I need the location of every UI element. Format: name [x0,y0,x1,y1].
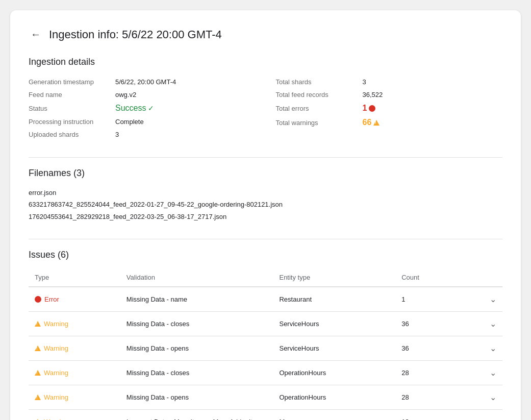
type-warning-label: Warning [35,344,114,352]
table-row: Error Missing Data - nameRestaurant1⌄ [29,287,502,312]
col-header-count: Count [395,268,457,287]
value-uploaded: 3 [115,131,256,138]
col-header-type: Type [29,268,120,287]
entity-cell: OperationHours [273,385,395,410]
validation-cell: Missing Data - opens [120,336,273,361]
issues-section-title: Issues (6) [29,250,502,260]
detail-row-feedrecords: Total feed records 36,522 [276,88,503,101]
entity-cell: OperationHours [273,361,395,385]
type-label: Warning [44,344,68,352]
expand-cell[interactable]: ⌄ [457,312,502,336]
value-totalwarnings: 66 [363,118,503,127]
value-timestamp: 5/6/22, 20:00 GMT-4 [115,78,256,86]
table-row: Warning Missing Data - closesOperationHo… [29,361,502,385]
label-status: Status [29,105,115,112]
entity-cell: Menu [273,410,395,420]
expand-button[interactable]: ⌄ [490,368,496,378]
label-totalerrors: Total errors [276,105,363,112]
label-uploaded: Uploaded shards [29,131,115,138]
label-processing: Processing instruction [29,118,115,126]
entity-cell: Restaurant [273,287,395,312]
filenames-list: error.json 633217863742_825524044_feed_2… [29,187,502,223]
issues-table: Type Validation Entity type Count Error … [29,268,502,420]
details-right: Total shards 3 Total feed records 36,522… [276,76,503,141]
label-totalshards: Total shards [276,78,363,86]
count-cell: 28 [395,361,457,385]
validation-cell: Missing Data - closes [120,361,273,385]
error-dot-icon [35,296,41,303]
error-count-text: 1 [363,104,367,113]
expand-button[interactable]: ⌄ [490,294,496,304]
issues-section: Issues (6) Type Validation Entity type C… [29,250,502,420]
count-cell: 13 [395,410,457,420]
detail-row-status: Status Success ✓ [29,101,256,115]
divider-2 [29,239,502,239]
details-grid: Generation timestamp 5/6/22, 20:00 GMT-4… [29,76,502,141]
value-totalerrors: 1 [363,104,503,113]
status-text: Success [115,104,146,113]
expand-cell[interactable]: ⌄ [457,410,502,420]
expand-cell[interactable]: ⌄ [457,385,502,410]
page-header: ← Ingestion info: 5/6/22 20:00 GMT-4 [29,27,502,42]
count-cell: 36 [395,336,457,361]
type-warning-label: Warning [35,369,114,377]
ingestion-details-section: Ingestion details Generation timestamp 5… [29,57,502,141]
expand-cell[interactable]: ⌄ [457,287,502,312]
type-warning-label: Warning [35,393,114,401]
value-processing: Complete [115,118,256,126]
label-feedrecords: Total feed records [276,91,363,98]
divider-1 [29,157,502,158]
warning-triangle-icon [35,321,41,327]
expand-button[interactable]: ⌄ [490,319,496,329]
detail-row-uploaded: Uploaded shards 3 [29,128,256,141]
value-feedname: owg.v2 [115,91,256,98]
warning-triangle-icon [35,345,41,351]
detail-row-totalerrors: Total errors 1 [276,101,503,115]
filename-1: error.json [29,187,502,199]
expand-button[interactable]: ⌄ [490,417,496,420]
value-status: Success ✓ [115,104,256,113]
detail-row-totalwarnings: Total warnings 66 [276,115,503,130]
type-label: Warning [44,369,68,377]
validation-cell: Missing Data - closes [120,312,273,336]
main-card: ← Ingestion info: 5/6/22 20:00 GMT-4 Ing… [10,10,521,420]
table-row: Warning Missing Data - opensOperationHou… [29,385,502,410]
filenames-section-title: Filenames (3) [29,168,502,179]
label-feedname: Feed name [29,91,115,98]
col-header-validation: Validation [120,268,273,287]
col-header-action [457,268,502,287]
expand-cell[interactable]: ⌄ [457,361,502,385]
warning-triangle-icon [35,394,41,400]
back-button[interactable]: ← [29,27,43,42]
type-error-label: Error [35,295,114,303]
table-row: Warning Missing Data - closesServiceHour… [29,312,502,336]
type-warning-label: Warning [35,418,114,420]
count-cell: 36 [395,312,457,336]
entity-cell: ServiceHours [273,336,395,361]
type-label: Warning [44,393,68,401]
expand-cell[interactable]: ⌄ [457,336,502,361]
detail-row-timestamp: Generation timestamp 5/6/22, 20:00 GMT-4 [29,76,256,88]
filenames-section: Filenames (3) error.json 633217863742_82… [29,168,502,223]
type-label: Warning [44,418,68,420]
table-row: Warning Missing Data - opensServiceHours… [29,336,502,361]
validation-cell: Missing Data - opens [120,385,273,410]
count-cell: 28 [395,385,457,410]
warning-count-text: 66 [363,118,372,127]
label-timestamp: Generation timestamp [29,78,115,86]
detail-row-feedname: Feed name owg.v2 [29,88,256,101]
type-label: Error [44,295,59,303]
expand-button[interactable]: ⌄ [490,343,496,353]
value-totalshards: 3 [363,78,503,86]
error-dot-icon [369,105,375,112]
value-feedrecords: 36,522 [363,91,503,98]
expand-button[interactable]: ⌄ [490,392,496,402]
col-header-entity: Entity type [273,268,395,287]
warning-triangle-icon [35,370,41,376]
detail-row-totalshards: Total shards 3 [276,76,503,88]
details-left: Generation timestamp 5/6/22, 20:00 GMT-4… [29,76,256,141]
check-icon: ✓ [148,104,154,112]
type-warning-label: Warning [35,320,114,328]
warning-triangle-icon [373,120,380,126]
page-title: Ingestion info: 5/6/22 20:00 GMT-4 [49,28,222,41]
